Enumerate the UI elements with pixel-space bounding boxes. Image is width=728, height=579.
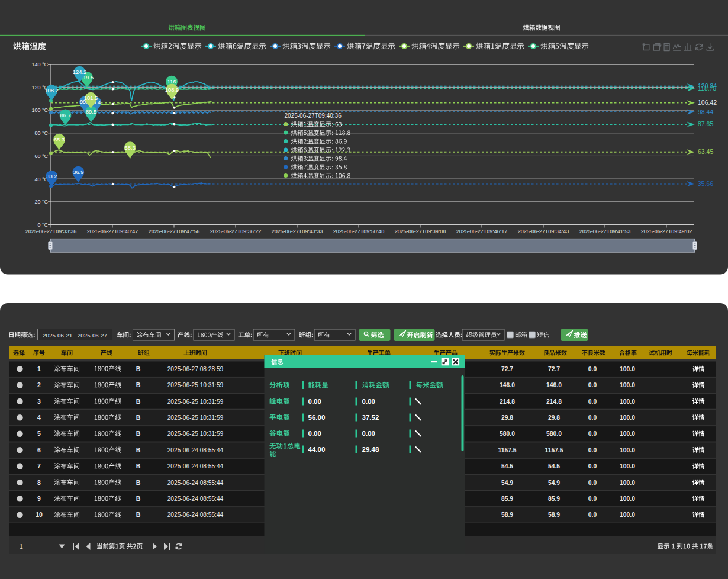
svg-text:0.0: 0.0 [588, 366, 597, 372]
svg-text:58.9: 58.9 [548, 512, 560, 518]
svg-text:146.0: 146.0 [500, 382, 515, 388]
svg-text:87.65: 87.65 [698, 120, 713, 127]
svg-text:214.8: 214.8 [500, 398, 515, 405]
svg-text:6: 6 [37, 446, 41, 453]
svg-text:60 °C: 60 °C [34, 153, 48, 159]
svg-text:100.0: 100.0 [620, 430, 635, 437]
svg-text:0.0: 0.0 [588, 382, 597, 388]
svg-text:2025-06-27T09:41:53: 2025-06-27T09:41:53 [579, 229, 631, 234]
svg-text:2025-06-27T09:33:36: 2025-06-27T09:33:36 [25, 229, 77, 234]
svg-text:2025-06-21 - 2025-06-27: 2025-06-21 - 2025-06-27 [43, 332, 107, 339]
svg-text:5: 5 [37, 430, 41, 437]
svg-text:86.7: 86.7 [60, 112, 70, 118]
svg-text:54.5: 54.5 [548, 463, 560, 469]
svg-text:29.8: 29.8 [548, 414, 560, 421]
svg-text:2025-06-27 08:28:59: 2025-06-27 08:28:59 [167, 366, 224, 372]
svg-text:58.3: 58.3 [125, 144, 136, 151]
svg-text:1157.5: 1157.5 [498, 447, 517, 453]
svg-text:100.0: 100.0 [620, 512, 635, 518]
svg-text:72.7: 72.7 [548, 366, 560, 372]
svg-text:0.0: 0.0 [588, 447, 597, 453]
svg-text:100.0: 100.0 [620, 382, 635, 388]
svg-text:72.7: 72.7 [501, 366, 513, 372]
svg-text:0.00: 0.00 [362, 430, 375, 437]
svg-text:B: B [136, 381, 141, 388]
svg-text:29.8: 29.8 [501, 414, 513, 421]
svg-text:2025-06-27T09:47:56: 2025-06-27T09:47:56 [149, 229, 200, 234]
svg-text:54.9: 54.9 [501, 480, 513, 486]
svg-text:B: B [136, 398, 141, 405]
svg-text:B: B [136, 430, 141, 437]
svg-text:0 °C: 0 °C [37, 222, 48, 228]
svg-text:0.0: 0.0 [588, 414, 597, 421]
svg-text:100.0: 100.0 [620, 398, 635, 405]
svg-text:2025-06-27T09:50:40: 2025-06-27T09:50:40 [333, 229, 385, 234]
svg-text:0.00: 0.00 [308, 398, 321, 405]
svg-text:0.00: 0.00 [362, 398, 375, 405]
svg-text:2025-06-24 08:55:44: 2025-06-24 08:55:44 [167, 463, 224, 469]
svg-text:2025-06-25 10:31:59: 2025-06-25 10:31:59 [167, 430, 224, 437]
svg-text:29.48: 29.48 [362, 446, 379, 453]
svg-text:33.2: 33.2 [46, 173, 57, 179]
svg-text:2025-06-25 10:31:59: 2025-06-25 10:31:59 [167, 398, 224, 405]
svg-text:108.2: 108.2 [44, 87, 58, 94]
svg-text:37.52: 37.52 [362, 414, 379, 421]
svg-text:B: B [136, 446, 141, 453]
svg-text:2025-06-25 10:31:59: 2025-06-25 10:31:59 [167, 414, 224, 421]
svg-text:7: 7 [37, 462, 41, 469]
svg-text:2025-06-24 08:55:44: 2025-06-24 08:55:44 [167, 512, 224, 518]
svg-text:1157.5: 1157.5 [545, 447, 563, 453]
svg-text:56.00: 56.00 [308, 414, 326, 421]
svg-text:0.0: 0.0 [588, 463, 597, 469]
svg-text:35.66: 35.66 [698, 180, 713, 187]
svg-text:2: 2 [37, 381, 41, 388]
svg-text:118.75: 118.75 [698, 85, 716, 92]
svg-text:100.0: 100.0 [620, 463, 635, 469]
svg-text:2025-06-27T09:36:22: 2025-06-27T09:36:22 [210, 229, 262, 234]
svg-text:1: 1 [37, 365, 41, 372]
svg-text:B: B [136, 414, 141, 421]
svg-text:36.9: 36.9 [73, 169, 83, 175]
svg-text:0.00: 0.00 [308, 430, 321, 437]
svg-text:101.5: 101.5 [84, 95, 98, 101]
svg-text:54.5: 54.5 [501, 463, 513, 469]
svg-text:0.0: 0.0 [588, 430, 597, 437]
svg-text:100 °C: 100 °C [31, 107, 48, 113]
svg-text:2025-06-27T09:40:36: 2025-06-27T09:40:36 [285, 112, 342, 119]
svg-text:3: 3 [37, 398, 41, 405]
svg-text:2025-06-27T09:43:33: 2025-06-27T09:43:33 [272, 229, 323, 234]
svg-text:20 °C: 20 °C [34, 199, 48, 205]
svg-text:0.0: 0.0 [588, 512, 597, 518]
svg-text:9: 9 [37, 495, 41, 502]
svg-text:100.0: 100.0 [620, 480, 635, 486]
svg-text:8: 8 [37, 479, 41, 486]
svg-text:B: B [136, 365, 141, 372]
svg-text:65.3: 65.3 [54, 136, 65, 143]
svg-text:214.8: 214.8 [546, 398, 562, 405]
svg-text:146.0: 146.0 [546, 382, 562, 388]
svg-text:B: B [136, 462, 141, 469]
svg-text:100.0: 100.0 [620, 366, 635, 372]
svg-text:80 °C: 80 °C [34, 130, 48, 136]
svg-text:0.0: 0.0 [588, 480, 597, 486]
svg-text:124.2: 124.2 [73, 69, 86, 75]
svg-text:4: 4 [37, 414, 41, 421]
svg-text:44.00: 44.00 [308, 446, 326, 453]
svg-text:100.0: 100.0 [620, 447, 635, 453]
svg-text:B: B [136, 495, 141, 502]
svg-text:10: 10 [36, 511, 43, 518]
svg-text:98.44: 98.44 [698, 108, 713, 115]
svg-text:100.0: 100.0 [620, 496, 635, 502]
svg-text:108.9: 108.9 [165, 86, 179, 93]
svg-text:B: B [136, 511, 141, 518]
svg-text:0.0: 0.0 [588, 398, 597, 405]
svg-text:B: B [136, 479, 141, 486]
svg-text:85.9: 85.9 [501, 496, 513, 502]
svg-text:100.0: 100.0 [620, 414, 635, 421]
svg-text:2025-06-27T09:34:43: 2025-06-27T09:34:43 [518, 229, 569, 234]
svg-text:63.45: 63.45 [698, 148, 713, 155]
svg-text:58.9: 58.9 [501, 512, 513, 518]
svg-text:106.42: 106.42 [698, 99, 717, 106]
svg-text:54.9: 54.9 [548, 480, 560, 486]
svg-text:2025-06-27T09:49:02: 2025-06-27T09:49:02 [641, 229, 692, 234]
